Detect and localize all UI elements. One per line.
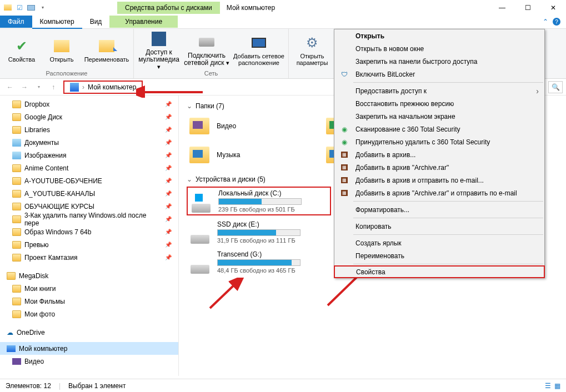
sidebar-item-label: MegaDisk [19, 272, 48, 280]
sidebar-item[interactable]: Google Диск📌 [0, 110, 178, 123]
drive-item[interactable]: Transcend (G:)48,4 ГБ свободно из 465 ГБ [187, 249, 331, 275]
menu-item-label: Добавить в архив и отправить по e-mail..… [355, 177, 484, 184]
folder-icon[interactable] [3, 3, 12, 12]
folder-icon [7, 272, 16, 280]
folder-icon [12, 285, 21, 293]
sidebar-item[interactable]: Мои фото [0, 308, 178, 320]
sidebar-item[interactable]: Мой компьютер [0, 342, 178, 355]
sidebar-item-label: Anime Content [24, 164, 68, 172]
sidebar-item-label: Образ Windows 7 64b [24, 228, 91, 236]
menu-item[interactable]: ▦Добавить в архив "Archive.rar" и отправ… [334, 187, 544, 199]
sidebar-item-label: Превью [24, 241, 49, 249]
navigation-pane[interactable]: Dropbox📌Google Диск📌Libraries📌Документы📌… [0, 96, 179, 376]
open-settings-button[interactable]: ⚙Открыть параметры [292, 34, 332, 66]
sidebar-item[interactable]: Проект Камтазия📌 [0, 251, 178, 264]
menu-item[interactable]: 🛡Включить BitLocker [334, 68, 544, 81]
menu-item[interactable]: Предоставить доступ к› [334, 84, 544, 97]
ribbon-collapse-icon[interactable]: ⌃ [543, 18, 548, 26]
search-input[interactable]: 🔍 [548, 81, 563, 93]
check-icon: ✔ [13, 37, 31, 55]
contextual-tab-header: Средства работы с дисками [117, 2, 220, 14]
tab-manage[interactable]: Управление [109, 16, 178, 28]
history-dropdown[interactable]: ▾ [32, 81, 46, 94]
back-button[interactable]: ← [3, 81, 17, 94]
tab-file[interactable]: Файл [0, 16, 32, 28]
sidebar-item[interactable]: Образ Windows 7 64b📌 [0, 225, 178, 238]
sidebar-item[interactable]: Документы📌 [0, 136, 178, 149]
menu-item[interactable]: Закрепить на начальном экране [334, 110, 544, 123]
sidebar-item[interactable]: Anime Content📌 [0, 162, 178, 174]
onedrive-icon: ☁ [7, 329, 13, 336]
menu-item[interactable]: Копировать [334, 220, 544, 233]
menu-item[interactable]: ◉Принудительно удалить с 360 Total Secur… [334, 135, 544, 148]
map-drive-button[interactable]: Подключить сетевой диск ▾ [184, 33, 229, 67]
menu-item-label: Форматировать... [355, 206, 409, 214]
sidebar-item[interactable]: Dropbox📌 [0, 98, 178, 110]
breadcrumb[interactable]: Мой компьютер [88, 83, 136, 91]
menu-item[interactable]: ▦Добавить в архив "Archive.rar" [334, 161, 544, 174]
sidebar-item-label: Dropbox [24, 100, 49, 108]
tab-view[interactable]: Вид [82, 16, 110, 28]
sidebar-item[interactable]: A-YOUTUBE-ОБУЧЕНИЕ📌 [0, 174, 178, 187]
sidebar-item[interactable]: 3-Как удалить папку Windows.old после пе… [0, 213, 178, 225]
properties-button[interactable]: ✔Свойства [3, 37, 40, 63]
tab-computer[interactable]: Компьютер [32, 16, 82, 29]
help-icon[interactable]: ? [553, 18, 560, 26]
menu-item-label: Закрепить на панели быстрого доступа [355, 58, 478, 66]
folder-item[interactable]: Музыка [187, 142, 320, 168]
menu-item[interactable]: Открыть в новом окне [334, 42, 544, 55]
title-bar: ☑ ▾ Средства работы с дисками Мой компью… [0, 0, 566, 15]
sidebar-item[interactable]: Превью📌 [0, 238, 178, 251]
add-net-location-button[interactable]: Добавить сетевое расположение [233, 34, 285, 66]
sidebar-item[interactable]: A_YOUTUBE-КАНАЛЫ📌 [0, 187, 178, 200]
menu-item[interactable]: ▦Добавить в архив... [334, 148, 544, 161]
submenu-arrow-icon: › [536, 87, 539, 96]
menu-item[interactable]: Переименовать [334, 249, 544, 262]
menu-item[interactable]: Создать ярлык [334, 237, 544, 249]
details-view-icon[interactable]: ☰ [545, 382, 551, 390]
menu-item[interactable]: ◉Сканирование с 360 Total Security [334, 123, 544, 135]
properties-icon[interactable]: ☑ [15, 3, 24, 12]
sidebar-item[interactable]: Мои Фильмы [0, 295, 178, 308]
sidebar-item[interactable]: ☁OneDrive [0, 326, 178, 339]
maximize-button[interactable]: ☐ [515, 0, 540, 15]
menu-item[interactable]: ▦Добавить в архив и отправить по e-mail.… [334, 174, 544, 187]
media-access-button[interactable]: Доступ к мультимедиа ▾ [137, 30, 181, 70]
tiles-view-icon[interactable]: ▦ [554, 382, 560, 390]
menu-separator [353, 234, 543, 235]
rename-button[interactable]: Переименовать [83, 37, 130, 63]
sidebar-item[interactable]: Изображения📌 [0, 149, 178, 162]
up-button[interactable]: ↑ [47, 81, 60, 94]
rar-icon: ▦ [340, 150, 349, 159]
menu-item[interactable]: Закрепить на панели быстрого доступа [334, 55, 544, 68]
pin-icon: 📌 [165, 139, 172, 145]
quick-access-toolbar: ☑ ▾ [0, 3, 51, 12]
menu-item[interactable]: Открыть [334, 29, 544, 42]
qat-dropdown-icon[interactable]: ▾ [38, 3, 47, 12]
drive-icon [188, 250, 212, 274]
drive-item[interactable]: SSD диск (E:)31,9 ГБ свободно из 111 ГБ [187, 219, 331, 245]
menu-item[interactable]: Форматировать... [334, 203, 544, 216]
menu-item-label: Добавить в архив... [355, 151, 415, 159]
open-button[interactable]: Открыть [43, 37, 80, 63]
pin-icon: 📌 [165, 203, 172, 209]
menu-item-label: Открыть [355, 32, 384, 40]
address-bar[interactable]: › Мой компьютер [63, 81, 143, 94]
sidebar-item[interactable]: Libraries📌 [0, 123, 178, 136]
menu-item[interactable]: Восстановить прежнюю версию [334, 97, 544, 110]
sidebar-item-label: Google Диск [24, 113, 62, 121]
sidebar-item-label: Мои книги [24, 285, 56, 293]
folder-icon [12, 228, 21, 236]
folder-item[interactable]: Видео [187, 113, 320, 139]
forward-button[interactable]: → [18, 81, 31, 94]
status-count: Элементов: 12 [6, 382, 51, 390]
sidebar-item[interactable]: Мои книги [0, 282, 178, 295]
drive-item[interactable]: Локальный диск (C:)239 ГБ свободно из 50… [187, 187, 331, 215]
sidebar-item[interactable]: Видео [0, 355, 178, 368]
sidebar-item[interactable]: MegaDisk [0, 269, 178, 282]
menu-item[interactable]: Свойства [334, 265, 545, 278]
minimize-button[interactable]: — [489, 0, 515, 15]
close-button[interactable]: ✕ [540, 0, 566, 15]
computer-icon[interactable] [27, 3, 36, 12]
folder-icon [12, 139, 21, 147]
